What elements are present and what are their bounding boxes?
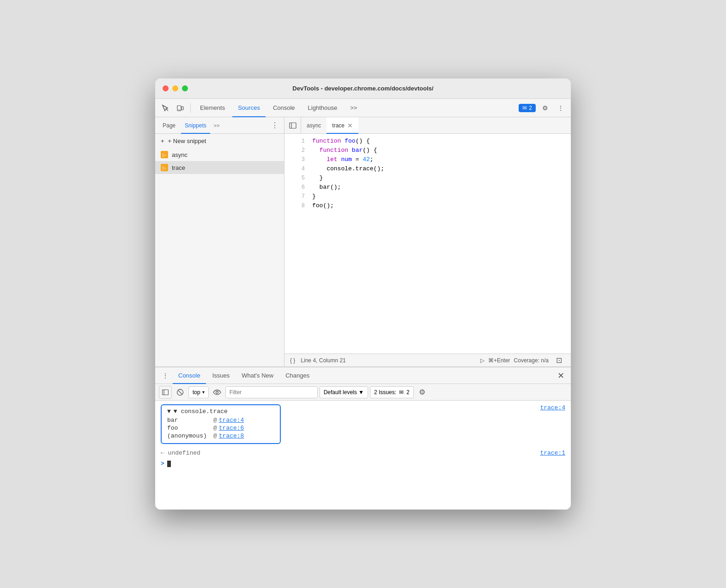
device-icon[interactable] (174, 102, 187, 114)
chevron-down-icon: ▾ (202, 390, 205, 395)
log-levels-selector[interactable]: Default levels ▼ (320, 386, 368, 398)
sidebar: Page Snippets >> ⋮ + + New snippet ▷ asy… (155, 117, 284, 366)
cursor-position: Line 4, Column 21 (301, 357, 345, 364)
prompt-symbol: > (161, 460, 164, 467)
console-sidebar-button[interactable] (159, 386, 172, 399)
tab-console[interactable]: Console (267, 99, 301, 117)
cursor (167, 461, 171, 467)
live-expressions-button[interactable] (211, 386, 224, 399)
trace-row-foo: foo @ trace:6 (167, 425, 274, 432)
console-prompt[interactable]: > (161, 460, 565, 467)
bottom-tab-console[interactable]: Console (173, 367, 206, 384)
code-line-7: 7 } (284, 193, 571, 202)
code-line-4: 4 console.trace(); (284, 165, 571, 174)
bottom-tab-whats-new[interactable]: What's New (236, 367, 279, 384)
svg-line-0 (166, 109, 168, 111)
main-content: Page Snippets >> ⋮ + + New snippet ▷ asy… (155, 117, 571, 366)
collapse-icon[interactable]: ▼ (167, 408, 171, 415)
format-button[interactable]: { } (290, 357, 295, 364)
bottom-more-options-icon[interactable]: ⋮ (159, 369, 172, 382)
tab-close-icon[interactable]: ✕ (347, 122, 353, 129)
svg-rect-2 (182, 107, 183, 110)
code-line-5: 5 } (284, 174, 571, 184)
maximize-button[interactable] (182, 85, 188, 91)
run-button[interactable]: ▷ (480, 357, 484, 364)
editor-tab-trace[interactable]: trace ✕ (327, 117, 358, 134)
sidebar-menu-button[interactable]: ⋮ (269, 120, 280, 131)
snippet-file-icon-active: ▷ (161, 164, 168, 171)
minimize-button[interactable] (172, 85, 178, 91)
snippet-file-icon: ▷ (161, 151, 168, 158)
main-toolbar: Elements Sources Console Lighthouse >> ✉… (155, 99, 571, 117)
trace-link-anonymous[interactable]: trace:8 (219, 432, 244, 439)
filter-input[interactable] (225, 386, 318, 398)
status-run: ▷ ⌘+Enter Coverage: n/a ⊡ (480, 354, 565, 367)
bottom-tab-changes[interactable]: Changes (280, 367, 315, 384)
trace-header: ▼ ▼ console.trace (167, 408, 274, 415)
code-line-8: 8 foo(); (284, 202, 571, 211)
undefined-ref[interactable]: trace:1 (540, 450, 565, 458)
message-icon: ✉ (522, 105, 527, 111)
run-shortcut: ⌘+Enter (488, 357, 510, 364)
settings-icon[interactable]: ⚙ (538, 102, 551, 114)
issues-badge[interactable]: ✉ 2 (519, 104, 536, 112)
traffic-lights (163, 85, 188, 91)
code-editor[interactable]: 1 function foo() { 2 function bar() { 3 … (284, 134, 571, 354)
tab-elements[interactable]: Elements (194, 99, 230, 117)
console-settings-button[interactable]: ⚙ (416, 386, 429, 399)
svg-point-10 (216, 391, 218, 393)
snippet-item-trace[interactable]: ▷ trace (155, 161, 284, 174)
undefined-line-container: ← undefined trace:1 (161, 450, 565, 458)
window-title: DevTools - developer.chrome.com/docs/dev… (292, 85, 433, 92)
toolbar-right: ✉ 2 ⚙ ⋮ (519, 102, 567, 114)
bottom-tab-issues[interactable]: Issues (207, 367, 236, 384)
coverage-status: Coverage: n/a (514, 357, 549, 364)
undefined-output: ← undefined (161, 450, 200, 456)
trace-link-foo[interactable]: trace:6 (219, 425, 244, 432)
console-trace-entry: ▼ ▼ console.trace bar @ trace:4 foo @ tr… (161, 404, 281, 444)
plus-icon: + (161, 138, 164, 144)
editor-status-bar: { } Line 4, Column 21 ▷ ⌘+Enter Coverage… (284, 354, 571, 366)
sidebar-tab-page[interactable]: Page (159, 117, 179, 134)
coverage-icon[interactable]: ⊡ (552, 354, 565, 367)
snippet-item-async[interactable]: ▷ async (155, 148, 284, 161)
tab-lighthouse[interactable]: Lighthouse (302, 99, 343, 117)
svg-rect-6 (163, 390, 169, 395)
editor-tabs: async trace ✕ (284, 117, 571, 134)
snippet-list: ▷ async ▷ trace (155, 148, 284, 366)
title-bar: DevTools - developer.chrome.com/docs/dev… (155, 78, 571, 99)
svg-rect-4 (290, 123, 296, 128)
editor-tab-async[interactable]: async (301, 117, 327, 134)
inspect-icon[interactable] (159, 102, 172, 114)
toolbar-divider (190, 103, 191, 113)
devtools-window: DevTools - developer.chrome.com/docs/dev… (155, 78, 571, 510)
trace-row-anonymous: (anonymous) @ trace:8 (167, 432, 274, 439)
bottom-panel-tabs: ⋮ Console Issues What's New Changes ✕ (155, 367, 571, 384)
sidebar-tabs: Page Snippets >> ⋮ (155, 117, 284, 134)
code-line-2: 2 function bar() { (284, 147, 571, 156)
bottom-panel: ⋮ Console Issues What's New Changes ✕ (155, 366, 571, 510)
console-output: ▼ ▼ console.trace bar @ trace:4 foo @ tr… (155, 401, 571, 510)
trace-row-bar: bar @ trace:4 (167, 417, 274, 424)
clear-console-button[interactable] (174, 386, 187, 399)
tab-more[interactable]: >> (345, 99, 363, 117)
code-line-6: 6 bar(); (284, 184, 571, 193)
close-panel-button[interactable]: ✕ (554, 369, 567, 382)
hide-sidebar-button[interactable] (284, 117, 301, 134)
trace-entry-ref[interactable]: trace:4 (540, 404, 565, 411)
more-options-icon[interactable]: ⋮ (554, 102, 567, 114)
close-button[interactable] (163, 85, 169, 91)
sidebar-tab-snippets[interactable]: Snippets (181, 117, 210, 134)
editor-area: async trace ✕ 1 function foo() { 2 funct… (284, 117, 571, 366)
issues-counter-button[interactable]: 2 Issues: ✉ ✉ 2 2 (370, 386, 414, 398)
console-trace-container: ▼ ▼ console.trace bar @ trace:4 foo @ tr… (161, 404, 565, 448)
tab-sources[interactable]: Sources (232, 99, 266, 117)
new-snippet-button[interactable]: + + New snippet (155, 134, 284, 148)
code-line-3: 3 let num = 42; (284, 156, 571, 165)
issues-badge-icon: ✉ (399, 389, 404, 396)
context-selector[interactable]: top ▾ (188, 386, 209, 398)
console-toolbar: top ▾ Default levels ▼ 2 Issues: ✉ ✉ 2 2… (155, 384, 571, 401)
trace-link-bar[interactable]: trace:4 (219, 417, 244, 424)
svg-line-9 (178, 390, 182, 394)
sidebar-tab-more[interactable]: >> (212, 123, 222, 128)
